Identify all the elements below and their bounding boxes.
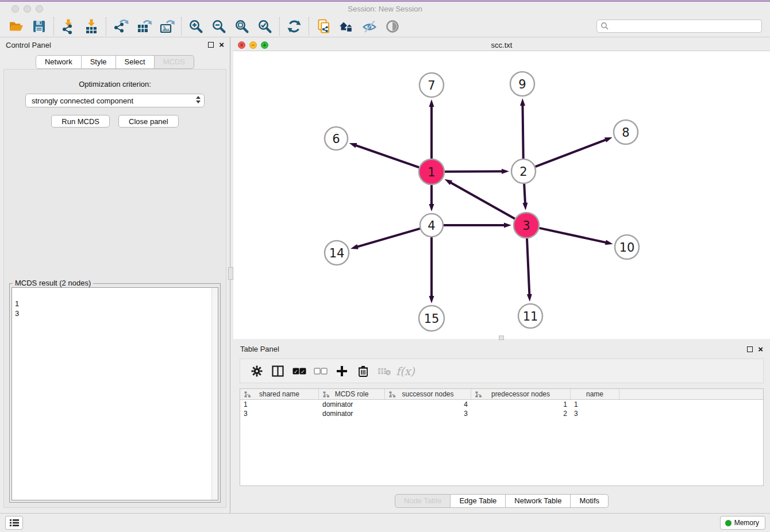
zoom-out-button[interactable] xyxy=(207,17,230,36)
cell-successor-nodes[interactable]: 4 xyxy=(385,400,471,409)
cell-name[interactable]: 1 xyxy=(571,400,619,409)
cell-successor-nodes[interactable]: 3 xyxy=(385,409,471,418)
column-header-MCDS-role[interactable]: MCDS role xyxy=(319,389,385,399)
node-label-2: 2 xyxy=(519,165,527,179)
tab-node-table[interactable]: Node Table xyxy=(395,494,451,508)
show-eye-button[interactable] xyxy=(381,17,404,36)
main-area: Control Panel × NetworkStyleSelectMCDS O… xyxy=(0,37,770,513)
column-header-successor-nodes[interactable]: successor nodes xyxy=(385,389,471,399)
import-table-button[interactable] xyxy=(80,17,103,36)
import-network-button[interactable] xyxy=(57,17,80,36)
network-resize-handle[interactable] xyxy=(499,336,504,340)
column-header-predecessor-nodes[interactable]: predecessor nodes xyxy=(471,389,571,399)
export-network-button[interactable] xyxy=(109,17,132,36)
network-canvas[interactable]: 1234678910111415 xyxy=(233,52,770,339)
float-panel-icon[interactable] xyxy=(208,42,214,48)
node-label-4: 4 xyxy=(428,219,435,233)
select-all-columns-button[interactable]: ✓ ✓ xyxy=(288,361,310,381)
table-tabs: Node TableEdge TableNetwork TableMotifs xyxy=(233,494,770,508)
cell-MCDS-role[interactable]: dominator xyxy=(319,400,385,409)
edge-3-1[interactable] xyxy=(450,182,515,219)
memory-button[interactable]: Memory xyxy=(720,516,765,530)
search-container xyxy=(596,20,762,33)
criterion-value: strongly connected component xyxy=(32,97,133,105)
delete-table-button[interactable]: × xyxy=(374,361,395,381)
graph-svg: 1234678910111415 xyxy=(233,52,770,339)
save-session-button[interactable] xyxy=(28,17,51,36)
tab-mcds[interactable]: MCDS xyxy=(155,55,194,69)
node-label-7: 7 xyxy=(428,79,435,92)
zoom-in-button[interactable] xyxy=(184,17,207,36)
tab-network[interactable]: Network xyxy=(36,55,82,69)
cell-predecessor-nodes[interactable]: 1 xyxy=(471,400,571,409)
export-table-button[interactable] xyxy=(132,17,155,36)
run-mcds-button[interactable]: Run MCDS xyxy=(51,115,110,128)
cell-name[interactable]: 3 xyxy=(571,409,619,418)
export-image-button[interactable] xyxy=(155,17,178,36)
cell-MCDS-role[interactable]: dominator xyxy=(319,409,385,418)
fx-icon: f(x) xyxy=(396,365,415,377)
edge-2-8[interactable] xyxy=(536,140,607,167)
edge-3-10[interactable] xyxy=(539,228,606,242)
table-panel-title: Table Panel xyxy=(240,345,279,353)
tab-edge-table[interactable]: Edge Table xyxy=(451,494,506,508)
edge-2-3[interactable] xyxy=(524,184,525,204)
arrowhead-4-3 xyxy=(504,223,511,228)
tab-style[interactable]: Style xyxy=(82,55,116,69)
table-header-row: shared nameMCDS rolesuccessor nodesprede… xyxy=(240,389,763,400)
mcds-result-text[interactable]: 1 3 xyxy=(11,287,218,500)
delete-column-button[interactable] xyxy=(352,361,374,381)
svg-text:✓: ✓ xyxy=(294,368,298,374)
unselect-all-columns-button[interactable] xyxy=(310,361,331,381)
function-builder-button[interactable]: f(x) xyxy=(395,361,416,381)
home-networks-button[interactable] xyxy=(335,17,358,36)
column-header-name[interactable]: name xyxy=(571,389,619,399)
edge-4-14[interactable] xyxy=(357,229,420,247)
create-column-button[interactable] xyxy=(331,361,352,381)
edge-1-2[interactable] xyxy=(445,171,503,172)
edge-3-11[interactable] xyxy=(527,238,529,295)
arrowhead-2-3 xyxy=(522,203,528,210)
toolbar-separator xyxy=(53,17,54,36)
table-row[interactable]: 3dominator323 xyxy=(240,409,763,418)
arrowhead-4-15 xyxy=(429,296,434,303)
column-header-shared-name[interactable]: shared name xyxy=(240,389,319,399)
table-settings-button[interactable] xyxy=(246,361,267,381)
cell-shared-name[interactable]: 3 xyxy=(240,409,319,418)
close-panel-icon[interactable]: × xyxy=(219,42,224,48)
show-column-panel-button[interactable] xyxy=(267,361,288,381)
tab-select[interactable]: Select xyxy=(116,55,155,69)
network-window-title: scc.txt xyxy=(233,41,770,49)
criterion-dropdown[interactable]: strongly connected component xyxy=(25,94,205,107)
close-panel-button[interactable]: Close panel xyxy=(118,115,179,128)
open-folder-icon xyxy=(8,18,24,34)
clone-network-button[interactable] xyxy=(312,17,335,36)
panel-splitter-handle[interactable] xyxy=(228,267,233,280)
edge-1-6[interactable] xyxy=(355,145,419,168)
close-table-panel-icon[interactable]: × xyxy=(758,346,763,352)
memory-status-icon xyxy=(725,520,732,526)
zoom-selected-button[interactable] xyxy=(253,17,276,36)
import-table-icon xyxy=(83,18,99,34)
tab-network-table[interactable]: Network Table xyxy=(506,494,571,508)
svg-text:×: × xyxy=(387,370,390,375)
cell-shared-name[interactable]: 1 xyxy=(240,400,319,409)
zoom-fit-button[interactable] xyxy=(230,17,253,36)
dropdown-stepper-icon xyxy=(196,96,201,103)
float-table-panel-icon[interactable] xyxy=(747,346,753,352)
result-scrollbar[interactable] xyxy=(211,288,218,500)
hide-selected-button[interactable] xyxy=(358,17,381,36)
tab-motifs[interactable]: Motifs xyxy=(571,494,609,508)
edge-2-9[interactable] xyxy=(522,105,523,159)
search-input[interactable] xyxy=(596,20,762,33)
mcds-panel: Optimization criterion: strongly connect… xyxy=(3,69,226,508)
clone-network-icon xyxy=(315,18,332,34)
column-label: MCDS role xyxy=(335,390,369,398)
zoom-selected-icon xyxy=(257,18,273,34)
refresh-button[interactable] xyxy=(283,17,306,36)
svg-text:✓: ✓ xyxy=(301,368,305,374)
cell-predecessor-nodes[interactable]: 2 xyxy=(471,409,571,418)
table-row[interactable]: 1dominator411 xyxy=(240,400,763,409)
open-session-button[interactable] xyxy=(5,17,28,36)
task-history-button[interactable] xyxy=(5,516,23,530)
